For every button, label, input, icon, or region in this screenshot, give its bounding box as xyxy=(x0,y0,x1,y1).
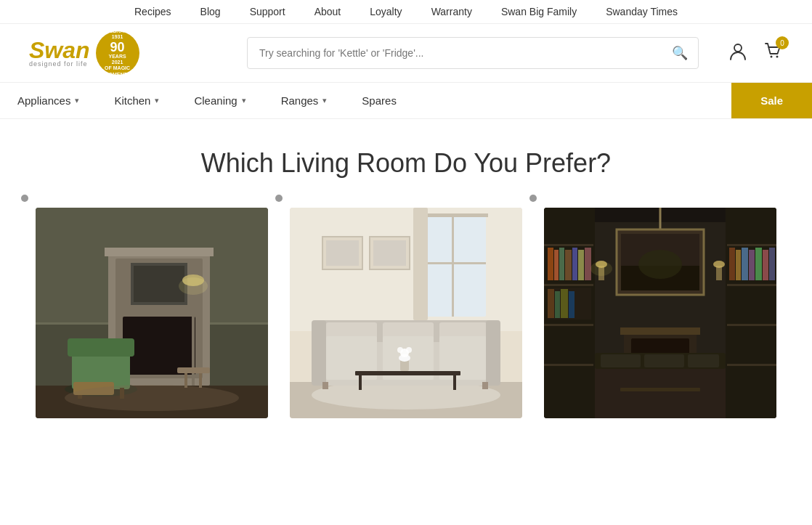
main-nav: Appliances▾Kitchen▾Cleaning▾Ranges▾Spare… xyxy=(0,83,812,119)
svg-rect-86 xyxy=(736,250,741,280)
svg-rect-49 xyxy=(453,375,456,390)
svg-rect-66 xyxy=(544,324,593,326)
svg-point-25 xyxy=(65,385,239,411)
svg-rect-10 xyxy=(105,248,214,256)
badge-years-label: YEARS xyxy=(109,54,126,60)
room-image-2 xyxy=(290,208,522,418)
top-nav-item-swan-big-family[interactable]: Swan Big Family xyxy=(501,6,577,17)
svg-rect-22 xyxy=(177,367,210,373)
main-nav-item-spares[interactable]: Spares xyxy=(344,83,414,118)
svg-rect-68 xyxy=(548,248,553,280)
main-nav-label-ranges: Ranges xyxy=(281,94,319,107)
account-button[interactable] xyxy=(728,41,748,65)
svg-rect-64 xyxy=(544,244,593,246)
top-nav-item-about[interactable]: About xyxy=(314,6,341,17)
main-nav-label-spares: Spares xyxy=(362,94,397,107)
logo-text: Swan xyxy=(29,38,90,62)
svg-rect-89 xyxy=(755,248,762,280)
svg-rect-83 xyxy=(727,324,776,326)
svg-rect-88 xyxy=(749,250,755,280)
search-input[interactable] xyxy=(248,47,662,59)
top-nav: RecipesBlogSupportAboutLoyaltyWarrantySw… xyxy=(0,0,812,24)
rooms-grid xyxy=(15,208,797,418)
svg-rect-43 xyxy=(312,320,326,386)
chevron-down-icon-ranges: ▾ xyxy=(322,96,327,105)
logo-area: Swan designed for life CELEBRATING 1931 … xyxy=(29,31,232,75)
svg-point-21 xyxy=(179,277,208,295)
svg-point-1 xyxy=(771,56,773,58)
svg-rect-65 xyxy=(544,284,593,286)
svg-rect-48 xyxy=(359,375,362,390)
svg-rect-119 xyxy=(688,354,719,367)
svg-point-54 xyxy=(406,347,412,353)
chevron-down-icon-kitchen: ▾ xyxy=(155,96,159,105)
svg-rect-81 xyxy=(727,244,776,246)
chevron-down-icon-appliances: ▾ xyxy=(75,96,79,105)
svg-rect-23 xyxy=(184,373,187,388)
search-icon: 🔍 xyxy=(672,46,688,60)
main-nav-label-cleaning: Cleaning xyxy=(194,94,237,107)
svg-rect-84 xyxy=(727,364,776,366)
svg-rect-80 xyxy=(726,208,776,418)
svg-point-109 xyxy=(638,250,682,279)
badge-tagline: OF MAGIC MOMENTS xyxy=(96,65,139,78)
svg-rect-90 xyxy=(763,250,768,280)
svg-rect-114 xyxy=(620,327,700,335)
top-nav-item-warranty[interactable]: Warranty xyxy=(431,6,472,17)
svg-rect-12 xyxy=(134,266,184,302)
main-nav-item-sale[interactable]: Sale xyxy=(731,83,812,118)
svg-rect-47 xyxy=(355,371,460,375)
section-title: Which Living Room Do You Prefer? xyxy=(15,148,797,179)
svg-rect-30 xyxy=(421,262,486,264)
svg-rect-117 xyxy=(601,354,641,367)
badge-celebrating: CELEBRATING xyxy=(100,28,136,34)
room-indicator-3 xyxy=(529,195,537,202)
top-nav-item-loyalty[interactable]: Loyalty xyxy=(370,6,402,17)
svg-rect-118 xyxy=(644,354,684,367)
main-nav-item-ranges[interactable]: Ranges▾ xyxy=(264,83,345,118)
main-nav-item-appliances[interactable]: Appliances▾ xyxy=(0,83,97,118)
header-icons: 0 xyxy=(728,41,783,65)
top-nav-item-swanday-times[interactable]: Swanday Times xyxy=(606,6,678,17)
svg-point-2 xyxy=(776,56,779,58)
main-nav-item-cleaning[interactable]: Cleaning▾ xyxy=(176,83,263,118)
svg-rect-58 xyxy=(373,240,406,266)
site-header: Swan designed for life CELEBRATING 1931 … xyxy=(0,24,812,83)
svg-rect-77 xyxy=(555,291,560,318)
top-nav-item-recipes[interactable]: Recipes xyxy=(134,6,171,17)
search-bar[interactable]: 🔍 xyxy=(247,37,699,69)
top-nav-item-blog[interactable]: Blog xyxy=(200,6,221,17)
logo-sub: designed for life xyxy=(29,60,88,68)
svg-rect-24 xyxy=(199,373,202,388)
svg-rect-46 xyxy=(482,382,488,389)
logo-swan[interactable]: Swan designed for life xyxy=(29,38,90,68)
svg-point-0 xyxy=(734,44,742,52)
svg-rect-87 xyxy=(742,248,748,280)
room-card-2[interactable] xyxy=(290,208,522,418)
room-card-1[interactable] xyxy=(36,208,268,418)
svg-rect-29 xyxy=(452,215,454,317)
svg-rect-73 xyxy=(578,250,584,280)
svg-rect-85 xyxy=(729,248,735,280)
svg-rect-72 xyxy=(572,248,577,280)
svg-rect-45 xyxy=(322,382,328,389)
cart-button[interactable]: 0 xyxy=(763,41,783,65)
svg-rect-74 xyxy=(585,248,591,280)
svg-rect-15 xyxy=(68,338,134,357)
svg-rect-70 xyxy=(559,248,564,280)
top-nav-item-support[interactable]: Support xyxy=(250,6,285,17)
svg-rect-31 xyxy=(421,213,488,217)
room-indicator-1 xyxy=(21,195,28,202)
room-image-1 xyxy=(36,208,268,418)
logo-badge: CELEBRATING 1931 90 YEARS 2021 OF MAGIC … xyxy=(96,31,139,75)
main-nav-item-kitchen[interactable]: Kitchen▾ xyxy=(97,83,176,118)
room-card-3[interactable] xyxy=(544,208,776,418)
svg-rect-69 xyxy=(554,250,559,280)
svg-rect-82 xyxy=(727,284,776,286)
svg-rect-32 xyxy=(413,208,428,320)
svg-rect-76 xyxy=(548,289,554,318)
main-content: Which Living Room Do You Prefer? xyxy=(0,119,812,447)
svg-rect-71 xyxy=(565,250,572,280)
room-indicator-2 xyxy=(275,195,283,202)
search-button[interactable]: 🔍 xyxy=(662,45,698,61)
